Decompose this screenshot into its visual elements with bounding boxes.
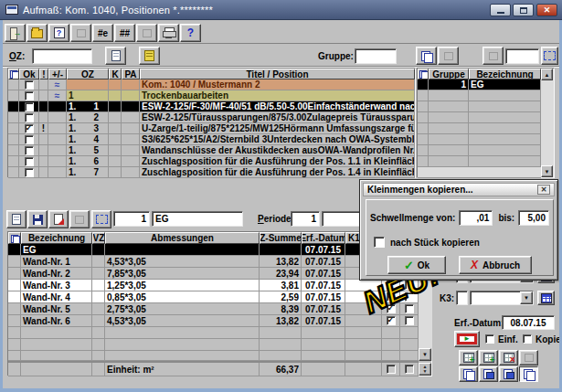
periode-field[interactable]: 1 bbox=[291, 211, 320, 227]
header-vz[interactable]: VZ bbox=[92, 232, 105, 244]
k3-dropdown-button[interactable]: ▼ bbox=[520, 291, 533, 304]
header-bezeichnung[interactable]: Bezeichnung bbox=[469, 69, 541, 79]
new-position-button[interactable] bbox=[105, 47, 126, 65]
insert-row-button[interactable]: + bbox=[479, 350, 498, 366]
gruppe-input[interactable] bbox=[355, 48, 397, 64]
minimize-button[interactable] bbox=[490, 4, 511, 16]
k3-dropdown[interactable]: ▼ bbox=[470, 291, 534, 305]
group-row-selected[interactable]: 1 EG bbox=[418, 79, 541, 90]
header-warn[interactable]: ! bbox=[39, 69, 48, 79]
ok-checkbox[interactable] bbox=[25, 113, 34, 122]
erf-datum-field[interactable]: 08.07.15 bbox=[502, 315, 555, 330]
position-row[interactable]: ≈ 1 Trockenbauarbeiten bbox=[8, 90, 415, 101]
einf-checkbox[interactable] bbox=[485, 334, 494, 344]
position-row[interactable]: ≈ Kom.: 1040 / Mustermann 2 bbox=[8, 79, 415, 90]
measure-row-highlighted[interactable]: Wand-Nr. 4 0,85*3,05 2,59 07.07.15 bbox=[8, 291, 419, 303]
group-table-hscrollbar[interactable] bbox=[418, 167, 541, 177]
scroll-up-button[interactable]: ▲ bbox=[541, 69, 553, 80]
position-row[interactable]: 1.5 Wandanschlüsse der Akustikdecken aus… bbox=[8, 145, 415, 156]
header-plusminus[interactable]: +/- bbox=[48, 69, 67, 79]
select-measure-button[interactable] bbox=[91, 210, 111, 228]
header-titel[interactable]: Titel / Position bbox=[140, 69, 415, 79]
help-book-button[interactable]: ? bbox=[48, 24, 69, 42]
dialog-close-button[interactable]: ✕ bbox=[537, 185, 550, 195]
header-oz[interactable]: OZ bbox=[67, 69, 109, 79]
header-pa[interactable]: PA bbox=[122, 69, 140, 79]
footer-checkbox bbox=[405, 365, 414, 374]
row-spinner[interactable]: ▲▼ bbox=[419, 363, 431, 376]
copy-small-quantities-button[interactable] bbox=[519, 366, 538, 382]
ok-checkbox-checked[interactable] bbox=[25, 124, 34, 133]
group-table-vscrollbar[interactable]: ▲ ▼ bbox=[541, 69, 554, 177]
copy-rows-button[interactable] bbox=[459, 366, 478, 382]
help-button[interactable]: ? bbox=[180, 24, 201, 42]
filter-input[interactable] bbox=[505, 48, 539, 64]
edit-button[interactable] bbox=[48, 210, 69, 228]
nach-stueck-checkbox[interactable] bbox=[374, 237, 385, 248]
print-button[interactable] bbox=[158, 24, 179, 42]
hash-hash-button[interactable]: ## bbox=[114, 24, 135, 42]
ok-button[interactable]: ✓ Ok bbox=[387, 256, 446, 274]
table-corner-icon[interactable] bbox=[8, 232, 21, 244]
notes-button[interactable] bbox=[139, 47, 160, 65]
delete-row-button[interactable]: × bbox=[499, 350, 518, 366]
position-row[interactable]: 1.2 ESW-2-125/Türaussparungen/875/3.00Zu… bbox=[8, 112, 415, 123]
measure-row[interactable]: Wand-Nr. 6 4,53*3,05 13,82 07.07.15 bbox=[8, 315, 419, 327]
measure-row-selected[interactable]: EG 07.07.15 bbox=[8, 244, 419, 256]
k3-code-field[interactable] bbox=[456, 291, 468, 305]
table-corner-icon[interactable] bbox=[8, 69, 19, 79]
transfer-button[interactable]: ► bbox=[454, 331, 480, 347]
scroll-down-button[interactable]: ▼ bbox=[541, 165, 553, 177]
copy-block-button[interactable] bbox=[479, 366, 498, 382]
measure-row[interactable]: Wand-Nr. 5 2,75*3,05 8,39 07.07.15 bbox=[8, 303, 419, 315]
header-zsumme[interactable]: Z-Summe bbox=[260, 232, 302, 244]
copy-block-icon bbox=[504, 369, 514, 379]
position-row-selected[interactable]: 1.1 ESW-2-125/F-30/MF-40/51 dB/5.50-5.00… bbox=[8, 101, 415, 112]
exit-button[interactable] bbox=[5, 24, 26, 42]
von-input[interactable]: ,01 bbox=[459, 210, 493, 226]
ok-checkbox[interactable] bbox=[25, 135, 34, 144]
save-button[interactable] bbox=[27, 210, 48, 228]
abbruch-button[interactable]: X Abbruch bbox=[459, 256, 532, 274]
header-erf-datum[interactable]: Erf.-Datum bbox=[302, 232, 345, 244]
position-title: S3/625*625*15/A2/Sternbild 3Unterdecken … bbox=[140, 134, 415, 145]
maximize-button[interactable] bbox=[513, 4, 534, 16]
ok-checkbox[interactable] bbox=[25, 80, 34, 90]
oz-input[interactable] bbox=[32, 48, 92, 64]
measure-row[interactable]: Wand-Nr. 1 4,53*3,05 13,82 07.07.15 bbox=[8, 256, 419, 268]
group-name-field[interactable]: EG bbox=[152, 211, 243, 227]
close-button[interactable]: ✕ bbox=[536, 4, 557, 16]
hash-e-button[interactable]: #e bbox=[92, 24, 113, 42]
measure-row-highlighted[interactable]: Wand-Nr. 3 1,25*3,05 3,81 07.07.15 bbox=[8, 280, 419, 291]
k3-calc-button[interactable] bbox=[537, 291, 555, 305]
header-k[interactable]: K bbox=[109, 69, 122, 79]
dialog-titlebar[interactable]: Kleinmengen kopieren... ✕ bbox=[363, 183, 555, 196]
position-row[interactable]: 1.4 S3/625*625*15/A2/Sternbild 3Unterdec… bbox=[8, 134, 415, 145]
scroll-down-button[interactable]: ▼ bbox=[419, 348, 431, 361]
position-row[interactable]: 1.7 Zuschlagsposition für die Ausführung… bbox=[8, 167, 415, 178]
kopie-checkbox[interactable] bbox=[523, 334, 532, 344]
copy-group-button[interactable] bbox=[416, 47, 437, 65]
ok-checkbox[interactable] bbox=[25, 91, 34, 101]
position-row[interactable]: 1.6 Zuschlagsposition für die Ausführung… bbox=[8, 156, 415, 167]
header-bezeichnung[interactable]: Bezeichnung bbox=[21, 232, 92, 244]
ok-checkbox[interactable] bbox=[25, 102, 34, 111]
group-number-field[interactable]: 1 bbox=[113, 211, 150, 227]
table-corner-icon[interactable] bbox=[418, 69, 429, 79]
header-ok[interactable]: Ok bbox=[19, 69, 39, 79]
header-abmessungen[interactable]: Abmessungen bbox=[105, 232, 260, 244]
ok-checkbox[interactable] bbox=[25, 157, 34, 166]
k-checkbox-checked[interactable] bbox=[387, 316, 396, 325]
ok-checkbox[interactable] bbox=[25, 146, 34, 155]
position-row[interactable]: ! 1.3 U-Zarge/1-teilig/875*2125/MW125Hör… bbox=[8, 123, 415, 134]
bis-input[interactable]: 5,00 bbox=[518, 210, 549, 226]
k-checkbox[interactable] bbox=[405, 316, 414, 325]
header-gruppe[interactable]: Gruppe bbox=[429, 69, 469, 79]
add-row-button[interactable]: + bbox=[459, 350, 478, 366]
copy-group-rows-button[interactable] bbox=[499, 366, 518, 382]
new-measure-button[interactable] bbox=[6, 210, 27, 228]
ok-checkbox[interactable] bbox=[25, 168, 34, 177]
select-range-button[interactable] bbox=[541, 47, 558, 65]
measure-row[interactable]: Wand-Nr. 2 7,85*3,05 23,94 07.07.15 bbox=[8, 268, 419, 280]
open-button[interactable] bbox=[27, 24, 48, 42]
